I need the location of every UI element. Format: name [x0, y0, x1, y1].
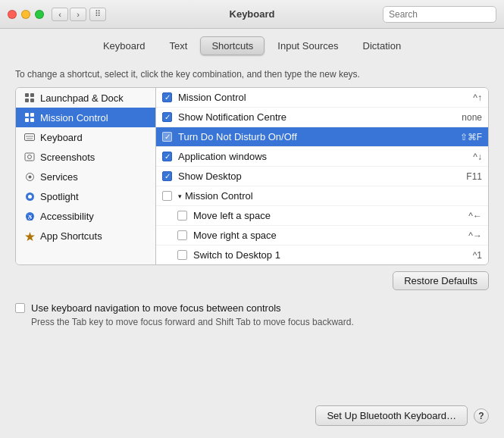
shortcut-key-show-notification-centre: none: [462, 112, 482, 123]
svg-rect-6: [25, 118, 29, 122]
svg-point-12: [28, 155, 32, 159]
shortcut-key-application-windows: ^↓: [473, 152, 482, 162]
shortcut-key-move-right-space: ^→: [468, 230, 482, 241]
window-title: Keyboard: [230, 8, 275, 20]
checkbox-show-desktop[interactable]: ✓: [162, 171, 172, 181]
checkbox-show-notification-centre[interactable]: ✓: [162, 112, 172, 122]
shortcut-label-move-left-space: Move left a space: [193, 210, 468, 221]
sidebar-item-accessibility[interactable]: ♿ Accessibility: [16, 206, 155, 226]
shortcut-key-turn-do-not-disturb: ⇧⌘F: [460, 132, 482, 142]
shortcut-row-application-windows[interactable]: ✓ Application windows ^↓: [156, 147, 488, 167]
traffic-lights: [8, 10, 44, 19]
svg-rect-5: [30, 113, 34, 117]
shortcut-label-switch-desktop-1: Switch to Desktop 1: [193, 249, 473, 261]
nav-hint: Press the Tab key to move focus forward …: [31, 317, 489, 327]
sidebar-item-app-shortcuts[interactable]: App Shortcuts: [16, 226, 155, 246]
svg-rect-2: [25, 99, 29, 102]
shortcut-row-move-left-space[interactable]: Move left a space ^←: [156, 206, 488, 226]
restore-defaults-button[interactable]: Restore Defaults: [393, 271, 489, 290]
screenshots-icon: [23, 151, 36, 163]
tab-keyboard[interactable]: Keyboard: [92, 36, 157, 55]
svg-rect-8: [25, 134, 35, 141]
checkbox-switch-desktop-1[interactable]: [177, 250, 187, 260]
sidebar-item-mission-control[interactable]: Mission Control: [16, 108, 155, 127]
collapse-triangle-icon: ▾: [178, 192, 182, 200]
sidebar-item-services[interactable]: Services: [16, 167, 155, 186]
accessibility-icon: ♿: [23, 210, 36, 222]
shortcut-label-show-desktop: Show Desktop: [178, 171, 466, 182]
svg-rect-11: [25, 153, 34, 161]
nav-checkbox-row: Use keyboard navigation to move focus be…: [15, 302, 489, 314]
nav-buttons: ‹ ›: [52, 8, 86, 21]
footer: Set Up Bluetooth Keyboard… ?: [315, 405, 489, 426]
shortcut-list: ✓ Mission Control ^↑ ✓ Show Notification…: [156, 88, 488, 264]
shortcut-row-mission-control-sub[interactable]: ▾ Mission Control: [156, 186, 488, 206]
setup-bluetooth-keyboard-button[interactable]: Set Up Bluetooth Keyboard…: [315, 405, 468, 426]
close-button[interactable]: [8, 10, 17, 19]
forward-button[interactable]: ›: [70, 8, 86, 21]
help-button[interactable]: ?: [474, 408, 489, 424]
svg-rect-3: [30, 99, 34, 102]
app-shortcuts-icon: [23, 230, 36, 242]
sidebar-item-accessibility-label: Accessibility: [40, 211, 94, 222]
shortcut-row-show-desktop[interactable]: ✓ Show Desktop F11: [156, 167, 488, 186]
checkbox-move-left-space[interactable]: [177, 211, 187, 221]
svg-marker-19: [25, 232, 35, 241]
shortcut-key-show-desktop: F11: [466, 171, 482, 182]
sidebar-item-spotlight[interactable]: Spotlight: [16, 186, 155, 206]
nav-checkbox[interactable]: [15, 303, 25, 313]
search-input[interactable]: [389, 9, 490, 20]
restore-btn-row: Restore Defaults: [15, 271, 489, 290]
checkbox-application-windows[interactable]: ✓: [162, 152, 172, 161]
sidebar-item-screenshots-label: Screenshots: [40, 152, 95, 163]
back-button[interactable]: ‹: [52, 8, 68, 21]
sidebar-item-launchpad-dock-label: Launchpad & Dock: [40, 92, 124, 104]
bottom-section: Restore Defaults Use keyboard navigation…: [0, 265, 504, 327]
shortcut-label-move-right-space: Move right a space: [193, 230, 468, 241]
svg-rect-1: [30, 93, 34, 97]
nav-checkbox-label: Use keyboard navigation to move focus be…: [31, 302, 281, 314]
tab-text[interactable]: Text: [158, 36, 199, 55]
search-box[interactable]: [383, 6, 496, 23]
grid-button[interactable]: ⠿: [89, 8, 106, 21]
tab-dictation[interactable]: Dictation: [352, 36, 413, 55]
spotlight-icon: [23, 190, 36, 202]
mission-control-icon: [23, 111, 36, 124]
svg-text:♿: ♿: [27, 213, 33, 220]
services-icon: [23, 171, 36, 183]
shortcuts-panel: Launchpad & Dock Mission Control Keyboar…: [15, 87, 489, 265]
sidebar-item-services-label: Services: [40, 171, 78, 183]
shortcut-label-application-windows: Application windows: [178, 151, 473, 162]
checkbox-mission-control[interactable]: ✓: [162, 92, 172, 102]
checkbox-move-right-space[interactable]: [177, 230, 187, 240]
launchpad-dock-icon: [23, 92, 36, 104]
sidebar-item-launchpad-dock[interactable]: Launchpad & Dock: [16, 88, 155, 108]
sidebar-item-screenshots[interactable]: Screenshots: [16, 147, 155, 167]
tab-shortcuts[interactable]: Shortcuts: [200, 36, 265, 55]
svg-rect-4: [25, 113, 29, 117]
svg-point-16: [28, 195, 32, 199]
shortcut-row-show-notification-centre[interactable]: ✓ Show Notification Centre none: [156, 108, 488, 127]
svg-rect-7: [30, 118, 34, 122]
shortcut-key-switch-desktop-1: ^1: [473, 250, 482, 261]
tab-bar: Keyboard Text Shortcuts Input Sources Di…: [0, 29, 504, 61]
sidebar-item-mission-control-label: Mission Control: [40, 112, 108, 124]
maximize-button[interactable]: [35, 10, 44, 19]
checkbox-turn-do-not-disturb[interactable]: ✓: [162, 132, 172, 142]
minimize-button[interactable]: [21, 10, 30, 19]
sidebar-item-keyboard-label: Keyboard: [40, 132, 83, 143]
shortcut-row-move-right-space[interactable]: Move right a space ^→: [156, 226, 488, 246]
sidebar-item-keyboard[interactable]: Keyboard: [16, 127, 155, 147]
shortcut-row-switch-desktop-1[interactable]: Switch to Desktop 1 ^1: [156, 246, 488, 264]
hint-text: To change a shortcut, select it, click t…: [15, 69, 489, 80]
shortcut-row-mission-control-header[interactable]: ✓ Mission Control ^↑: [156, 88, 488, 108]
checkbox-mission-control-sub[interactable]: [162, 191, 172, 201]
sidebar-item-spotlight-label: Spotlight: [40, 191, 79, 202]
shortcut-row-turn-do-not-disturb[interactable]: ✓ Turn Do Not Disturb On/Off ⇧⌘F: [156, 127, 488, 147]
shortcut-label-mission-control: Mission Control: [178, 92, 473, 103]
main-content: To change a shortcut, select it, click t…: [0, 61, 504, 265]
tab-input-sources[interactable]: Input Sources: [266, 36, 349, 55]
svg-rect-0: [25, 93, 29, 97]
shortcut-key-mission-control: ^↑: [473, 92, 482, 103]
shortcut-key-move-left-space: ^←: [468, 211, 482, 221]
